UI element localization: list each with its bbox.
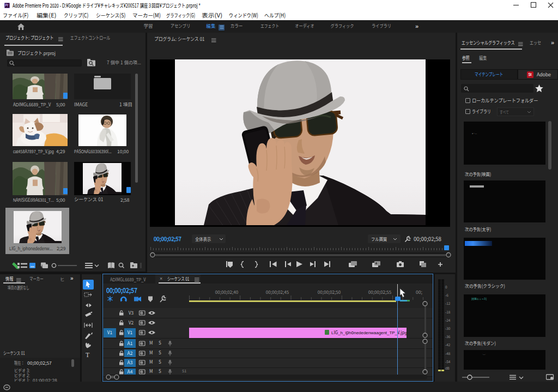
svg-text:T: T: [86, 351, 90, 359]
